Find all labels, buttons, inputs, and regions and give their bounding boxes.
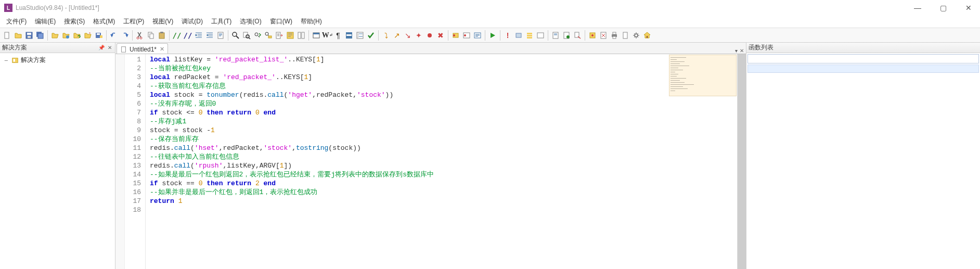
line-numbers-icon[interactable]: 12 [355, 30, 365, 41]
panel-close-icon[interactable]: ✕ [107, 45, 113, 50]
svg-rect-56 [623, 32, 627, 39]
debug-dot-icon[interactable] [424, 30, 435, 41]
folder2-icon[interactable] [61, 30, 71, 41]
stack-icon[interactable] [524, 30, 535, 41]
code-area[interactable]: local listKey = 'red_packet_list_'..KEYS… [146, 54, 746, 269]
menu-format[interactable]: 格式(M) [89, 16, 119, 28]
svg-rect-60 [14, 59, 16, 61]
run-icon[interactable] [487, 30, 498, 41]
function-panel-title: 函数列表 [749, 43, 773, 52]
folder1-icon[interactable] [50, 30, 60, 41]
pilcrow-icon[interactable]: ¶ [333, 30, 343, 41]
cut-icon[interactable] [135, 30, 145, 41]
window-icon[interactable] [311, 30, 321, 41]
minimap[interactable]: ▬▬▬▬▬▬▬▬▬▬▬▬▬▬▬▬▬▬▬▬▬▬▬▬▬▬▬▬▬ ▬▬▬▬▬▬▬▬▬▬… [669, 55, 737, 96]
project-save-icon[interactable] [94, 30, 104, 41]
tree-collapse-icon[interactable]: − [4, 57, 9, 64]
locals-icon[interactable] [535, 30, 546, 41]
word-wrap-icon[interactable]: W↵ [322, 30, 332, 41]
menu-options[interactable]: 选项(O) [236, 16, 265, 28]
copy-icon[interactable] [146, 30, 156, 41]
maximize-button[interactable]: ▢ [936, 3, 951, 13]
menu-bar: 文件(F) 编辑(E) 搜索(S) 格式(M) 工程(P) 视图(V) 调试(D… [0, 16, 980, 28]
svg-point-39 [464, 34, 466, 36]
stop-icon[interactable]: ! [502, 30, 513, 41]
menu-edit[interactable]: 编辑(E) [31, 16, 60, 28]
menu-window[interactable]: 窗口(W) [266, 16, 296, 28]
find-in-files-icon[interactable] [241, 30, 252, 41]
tree-root-label: 解决方案 [21, 56, 46, 65]
page-icon[interactable] [620, 30, 630, 41]
watch-icon[interactable] [513, 30, 524, 41]
tab-dropdown-icon[interactable]: ▾ [735, 48, 738, 54]
debug-arrow1-icon[interactable]: ⤵ [381, 30, 391, 41]
format-doc-icon[interactable] [215, 30, 226, 41]
replace-icon[interactable] [263, 30, 274, 41]
tab-close-icon[interactable]: ✕ [159, 46, 165, 53]
breakpoint-icon[interactable] [450, 30, 461, 41]
debug-cross-icon[interactable]: ✖ [435, 30, 446, 41]
svg-rect-26 [298, 32, 301, 39]
title-bar: L LuaStudio(v9.84) - [Untitled1*] — ▢ ✕ [0, 0, 980, 16]
output-icon[interactable] [472, 30, 483, 41]
close-button[interactable]: ✕ [961, 3, 976, 13]
find-icon[interactable] [230, 30, 241, 41]
tabs-close-icon[interactable]: ✕ [740, 48, 744, 54]
paste-icon[interactable] [157, 30, 167, 41]
folder-new-icon[interactable]: * [83, 30, 93, 41]
menu-search[interactable]: 搜索(S) [60, 16, 89, 28]
save-icon[interactable] [24, 30, 34, 41]
menu-tools[interactable]: 工具(T) [207, 16, 236, 28]
svg-rect-58 [647, 36, 648, 38]
menu-project[interactable]: 工程(P) [119, 16, 148, 28]
debug-star-icon[interactable]: ✦ [414, 30, 424, 41]
menu-help[interactable]: 帮助(H) [296, 16, 326, 28]
folder-refresh-icon[interactable] [72, 30, 82, 41]
line-highlight-icon[interactable] [344, 30, 354, 41]
home-icon[interactable] [642, 30, 652, 41]
editor-tab[interactable]: Untitled1* ✕ [117, 43, 168, 54]
comment-icon[interactable]: // [172, 30, 182, 41]
debug-arrow3-icon[interactable]: ↘ [403, 30, 413, 41]
indent-icon[interactable] [194, 30, 204, 41]
svg-rect-5 [38, 33, 43, 39]
function-filter-input[interactable] [747, 54, 979, 63]
script2-icon[interactable] [561, 30, 572, 41]
editor[interactable]: 123456789101112131415161718 local listKe… [115, 54, 746, 269]
svg-point-51 [591, 34, 594, 36]
gear-icon[interactable] [631, 30, 641, 41]
menu-view[interactable]: 视图(V) [148, 16, 177, 28]
function-list[interactable] [747, 65, 979, 269]
tree-root-item[interactable]: − 解决方案 [3, 55, 112, 65]
svg-point-57 [635, 34, 638, 37]
script1-icon[interactable] [550, 30, 561, 41]
compare-icon[interactable] [296, 30, 306, 41]
minimize-button[interactable]: — [910, 3, 925, 13]
solution-tree[interactable]: − 解决方案 [0, 53, 115, 67]
toolbar: * // // W↵ ¶ 12 ⤵ ↗ ↘ ✦ ✖ ! [0, 28, 980, 43]
breakpoint2-icon[interactable] [461, 30, 472, 41]
function-list-selection[interactable] [747, 65, 979, 73]
open-file-icon[interactable] [13, 30, 23, 41]
vertical-scrollbar[interactable] [737, 54, 746, 269]
redo-icon[interactable] [120, 30, 130, 41]
save-all-icon[interactable] [35, 30, 45, 41]
check-icon[interactable] [366, 30, 376, 41]
editor-margin[interactable] [115, 54, 125, 269]
bookmark-icon[interactable] [285, 30, 295, 41]
tool2-icon[interactable] [598, 30, 609, 41]
outdent-icon[interactable] [204, 30, 215, 41]
line-number-gutter: 123456789101112131415161718 [125, 54, 146, 269]
undo-icon[interactable] [109, 30, 119, 41]
find-next-icon[interactable] [252, 30, 263, 41]
goto-line-icon[interactable] [274, 30, 285, 41]
menu-file[interactable]: 文件(F) [2, 16, 31, 28]
debug-arrow2-icon[interactable]: ↗ [392, 30, 402, 41]
panel-pin-icon[interactable]: 📌 [97, 45, 106, 50]
menu-debug[interactable]: 调试(D) [177, 16, 207, 28]
new-file-icon[interactable] [2, 30, 12, 41]
tool1-icon[interactable] [587, 30, 598, 41]
uncomment-icon[interactable]: // [183, 30, 193, 41]
print-icon[interactable] [609, 30, 620, 41]
script-arrow-icon[interactable] [572, 30, 583, 41]
